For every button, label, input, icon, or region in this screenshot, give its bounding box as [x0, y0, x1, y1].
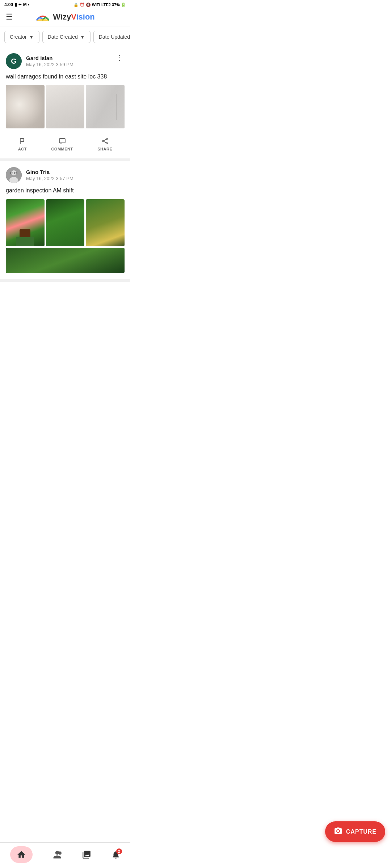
bottom-navigation: 2 — [0, 842, 130, 868]
home-icon — [17, 850, 26, 859]
user-name-2: Gino Tria — [26, 169, 73, 175]
user-details-2: Gino Tria May 16, 2022 3:57 PM — [26, 169, 73, 181]
svg-line-5 — [104, 139, 106, 141]
logo-arc-icon — [35, 13, 50, 21]
hamburger-menu[interactable]: ☰ — [6, 12, 13, 22]
user-details-1: Gard islan May 16, 2022 3:59 PM — [26, 55, 73, 67]
wall-image-2[interactable] — [46, 85, 85, 128]
svg-line-6 — [104, 141, 106, 143]
battery-icon: 🔋 — [121, 3, 126, 7]
logo-v: V — [71, 12, 76, 21]
filter-bar: Creator ▼ Date Created ▼ Date Updated ▼ — [0, 26, 130, 47]
user-name-1: Gard islan — [26, 55, 73, 61]
filter-date-updated[interactable]: Date Updated ▼ — [93, 31, 130, 43]
garden-image-4[interactable] — [6, 248, 125, 273]
status-right: 🔒 ⏰ 🔇 WiFi LTE2 37% 🔋 — [73, 3, 126, 7]
logo-wizy: Wizy — [53, 12, 71, 21]
share-icon — [101, 137, 109, 145]
nav-admin[interactable] — [52, 850, 62, 859]
wall-image-1[interactable] — [6, 85, 45, 128]
avatar-gino — [6, 167, 22, 183]
svg-point-2 — [106, 138, 108, 140]
status-icons: ▮ ✦ M • — [14, 2, 29, 7]
alarm-icon: ⏰ — [80, 3, 85, 7]
act-label: ACT — [18, 147, 27, 151]
garden-image-2[interactable] — [46, 199, 85, 246]
logo-ision: ision — [76, 12, 94, 21]
action-comment[interactable]: COMMENT — [51, 137, 73, 151]
admin-icon — [52, 850, 62, 859]
action-act[interactable]: ACT — [18, 137, 27, 151]
avatar-letter: G — [11, 57, 17, 65]
filter-creator[interactable]: Creator ▼ — [4, 31, 39, 43]
status-bar: 4:00 ▮ ✦ M • 🔒 ⏰ 🔇 WiFi LTE2 37% 🔋 — [0, 0, 130, 9]
signal-icon: LTE2 — [101, 3, 111, 7]
flag-icon — [18, 137, 27, 145]
app-logo: WizyVision — [35, 12, 95, 22]
nav-gallery[interactable] — [82, 850, 91, 859]
action-share[interactable]: SHARE — [97, 137, 112, 151]
svg-point-0 — [37, 19, 49, 21]
user-info-1: G Gard islan May 16, 2022 3:59 PM — [6, 53, 73, 69]
logo-text: WizyVision — [53, 12, 95, 22]
svg-rect-1 — [59, 139, 65, 143]
battery: 37% — [112, 3, 120, 7]
post-text-2: garden inspection AM shift — [6, 187, 125, 195]
user-time-2: May 16, 2022 3:57 PM — [26, 176, 73, 181]
share-label: SHARE — [97, 147, 112, 151]
wall-image-3[interactable] — [86, 85, 125, 128]
status-left: 4:00 ▮ ✦ M • — [4, 2, 29, 7]
notification-badge: 2 — [116, 848, 122, 854]
post-images-1 — [6, 85, 125, 128]
post-wall-damage: G Gard islan May 16, 2022 3:59 PM ⋮ wall… — [0, 47, 130, 161]
nav-home-bg — [10, 846, 33, 863]
avatar-gard: G — [6, 53, 22, 69]
post-header-2: Gino Tria May 16, 2022 3:57 PM — [6, 167, 125, 183]
garden-image-3[interactable] — [86, 199, 125, 246]
chevron-down-icon: ▼ — [29, 34, 34, 40]
garden-images-top — [6, 199, 125, 246]
chevron-down-icon-2: ▼ — [80, 34, 85, 40]
post-garden: Gino Tria May 16, 2022 3:57 PM garden in… — [0, 161, 130, 281]
wifi-icon: WiFi — [92, 3, 100, 7]
comment-icon — [58, 137, 67, 145]
garden-images-bottom — [6, 248, 125, 273]
filter-date-updated-label: Date Updated — [99, 34, 130, 40]
post-header-1: G Gard islan May 16, 2022 3:59 PM ⋮ — [6, 53, 125, 69]
svg-point-3 — [106, 142, 108, 144]
garden-image-1[interactable] — [6, 199, 45, 246]
more-options-btn-1[interactable]: ⋮ — [114, 53, 125, 62]
nav-home[interactable] — [10, 846, 33, 863]
svg-point-4 — [102, 140, 104, 142]
time: 4:00 — [4, 2, 13, 7]
filter-creator-label: Creator — [10, 34, 27, 40]
app-header: ☰ WizyVision — [0, 9, 130, 26]
user-info-2: Gino Tria May 16, 2022 3:57 PM — [6, 167, 73, 183]
lock-icon: 🔒 — [73, 3, 79, 7]
filter-date-created[interactable]: Date Created ▼ — [42, 31, 91, 43]
gallery-icon — [82, 850, 91, 859]
action-bar-1: ACT COMMENT SHARE — [6, 133, 125, 153]
user-time-1: May 16, 2022 3:59 PM — [26, 62, 73, 67]
comment-label: COMMENT — [51, 147, 73, 151]
mute-icon: 🔇 — [86, 3, 91, 7]
nav-notifications[interactable]: 2 — [111, 850, 121, 859]
post-text-1: wall damages found in east site loc 338 — [6, 73, 125, 81]
filter-date-created-label: Date Created — [48, 34, 78, 40]
